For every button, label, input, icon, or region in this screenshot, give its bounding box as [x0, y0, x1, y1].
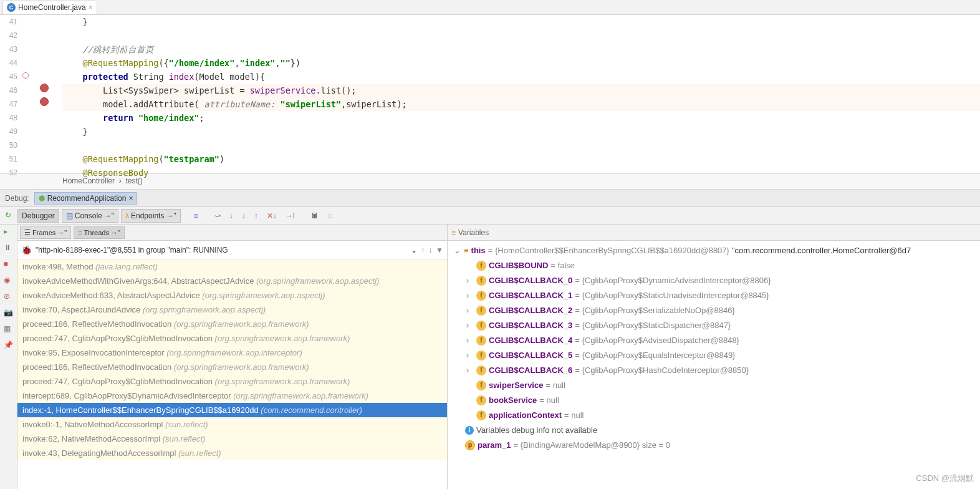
variable-row[interactable]: ›fCGLIB$CALLBACK_6 = {CglibAopProxy$Hash… [448, 363, 980, 378]
method-marker-icon [22, 72, 29, 79]
info-icon: i [465, 426, 474, 435]
field-badge-icon: f [476, 336, 486, 346]
filter-icon[interactable]: ▼ [436, 246, 443, 254]
stack-frame[interactable]: invokeAdviceMethod:633, AbstractAspectJA… [17, 288, 447, 303]
breakpoint-icon[interactable] [40, 84, 49, 92]
expand-icon[interactable]: › [466, 349, 474, 362]
frames-tab-bar: ☰Frames→" ≡Threads→" [17, 225, 447, 241]
field-badge-icon: f [476, 276, 486, 286]
stack-frame[interactable]: invoke0:-1, NativeMethodAccessorImpl (su… [17, 417, 447, 432]
expand-icon[interactable]: › [466, 334, 474, 347]
variable-row[interactable]: ›fCGLIB$CALLBACK_2 = {CglibAopProxy$Seri… [448, 303, 980, 318]
stack-frame[interactable]: proceed:186, ReflectiveMethodInvocation … [17, 317, 447, 331]
dropdown-icon[interactable]: ⌄ [411, 246, 417, 254]
stack-frame[interactable]: invoke:70, AspectJAroundAdvice (org.spri… [17, 303, 447, 317]
drop-frame-icon[interactable]: ✕↓ [264, 210, 280, 222]
variables-title: Variables [458, 228, 489, 237]
watermark: CSDN @流烟默 [916, 473, 974, 484]
variables-tree[interactable]: ⌄ ≡ this = {HomeController$$EnhancerBySp… [448, 241, 980, 489]
step-over-icon[interactable]: ⤻ [211, 210, 224, 222]
tab-endpoints[interactable]: λEndpoints→" [121, 209, 181, 223]
field-badge-icon: f [476, 291, 486, 301]
field-badge-icon: f [476, 366, 486, 375]
gutter-markers [21, 15, 56, 173]
step-into-icon[interactable]: ↓ [226, 210, 236, 222]
previous-frame-icon[interactable]: ↑ [421, 246, 425, 254]
breadcrumb-class[interactable]: HomeController [62, 177, 115, 185]
run-config-tab[interactable]: ⬢ RecommendApplication × [34, 192, 138, 205]
show-exec-point-icon[interactable]: ≡ [191, 210, 201, 222]
variable-row[interactable]: ›fCGLIB$CALLBACK_5 = {CglibAopProxy$Equa… [448, 348, 980, 363]
variable-row[interactable]: ›fCGLIB$CALLBACK_4 = {CglibAopProxy$Advi… [448, 333, 980, 348]
variable-row[interactable]: ›fCGLIB$CALLBACK_3 = {CglibAopProxy$Stat… [448, 318, 980, 333]
field-badge-icon: f [476, 306, 486, 316]
variable-row[interactable]: fCGLIB$BOUND = false [448, 258, 980, 273]
pause-icon[interactable]: ⏸ [4, 243, 14, 253]
variable-row[interactable]: ›fCGLIB$CALLBACK_0 = {CglibAopProxy$Dyna… [448, 273, 980, 288]
breadcrumb-method[interactable]: test() [125, 177, 142, 185]
frames-panel: ☰Frames→" ≡Threads→" 🐞 "http-nio-8188-ex… [17, 225, 448, 489]
stack-frame[interactable]: invoke:498, Method (java.lang.reflect) [17, 259, 447, 274]
list-icon: ≡ [464, 244, 469, 257]
tab-debugger[interactable]: Debugger [17, 209, 59, 223]
stack-frame[interactable]: proceed:747, CglibAopProxy$CglibMethodIn… [17, 374, 447, 389]
field-badge-icon: f [476, 395, 486, 405]
stack-frame[interactable]: proceed:747, CglibAopProxy$CglibMethodIn… [17, 331, 447, 346]
expand-icon[interactable]: › [466, 304, 474, 317]
code-editor[interactable]: 414243444546474849505152 } //跳转到前台首页 @Re… [0, 15, 980, 173]
tab-console[interactable]: ▤Console→" [62, 209, 118, 223]
expand-icon[interactable]: › [466, 319, 474, 332]
tab-threads[interactable]: ≡Threads→" [74, 226, 125, 239]
stack-frame[interactable]: invokeAdviceMethodWithGivenArgs:644, Abs… [17, 274, 447, 288]
stack-frame[interactable]: invoke:43, DelegatingMethodAccessorImpl … [17, 446, 447, 460]
expand-icon[interactable]: › [466, 274, 474, 287]
stack-frame[interactable]: index:-1, HomeController$$EnhancerBySpri… [17, 403, 447, 417]
stack-frames-list[interactable]: invoke:498, Method (java.lang.reflect)in… [17, 259, 447, 489]
snapshot-icon[interactable]: 📷 [4, 308, 14, 318]
debugger-toolbar: ↻ Debugger ▤Console→" λEndpoints→" ≡ ⤻ ↓… [0, 207, 980, 225]
expand-icon[interactable]: ⌄ [454, 244, 461, 257]
field-badge-icon: f [476, 380, 486, 390]
variable-row[interactable]: fapplicationContext = null [448, 408, 980, 423]
force-step-into-icon[interactable]: ↓ [239, 210, 249, 222]
param-badge-icon: p [465, 440, 475, 450]
layout-icon[interactable]: ▦ [4, 324, 14, 334]
step-out-icon[interactable]: ↑ [251, 210, 261, 222]
close-icon[interactable]: × [89, 3, 93, 12]
close-icon[interactable]: × [128, 194, 133, 203]
trace-icon[interactable]: ≡ [324, 210, 335, 222]
stack-frame[interactable]: proceed:186, ReflectiveMethodInvocation … [17, 360, 447, 374]
code-body[interactable]: } //跳转到前台首页 @RequestMapping({"/home/inde… [56, 15, 980, 173]
run-to-cursor-icon[interactable]: →I [282, 210, 298, 222]
stop-icon[interactable]: ■ [4, 259, 14, 269]
thread-selector[interactable]: 🐞 "http-nio-8188-exec-1"@8,551 in group … [17, 241, 447, 259]
expand-icon[interactable]: › [466, 364, 474, 377]
expand-icon[interactable]: › [466, 289, 474, 302]
stack-frame[interactable]: invoke:62, NativeMethodAccessorImpl (sun… [17, 432, 447, 446]
rerun-icon[interactable]: ↻ [5, 211, 15, 221]
next-frame-icon[interactable]: ↓ [428, 246, 432, 254]
view-breakpoints-icon[interactable]: ◉ [4, 276, 14, 286]
thread-label: "http-nio-8188-exec-1"@8,551 in group "m… [36, 246, 407, 254]
mute-breakpoints-icon[interactable]: ⊘ [4, 292, 14, 302]
list-icon: ≡ [451, 228, 456, 237]
tab-frames[interactable]: ☰Frames→" [20, 226, 71, 239]
evaluate-icon[interactable]: 🖩 [308, 210, 322, 222]
spring-icon: ⬢ [39, 194, 45, 203]
pin-icon[interactable]: 📌 [4, 341, 14, 351]
stack-frame[interactable]: intercept:689, CglibAopProxy$DynamicAdvi… [17, 389, 447, 403]
resume-icon[interactable]: ▸ [4, 227, 14, 237]
breakpoint-icon[interactable] [40, 97, 49, 106]
variable-row[interactable]: fbookService = null [448, 393, 980, 408]
variable-row[interactable]: ›fCGLIB$CALLBACK_1 = {CglibAopProxy$Stat… [448, 288, 980, 303]
class-icon: C [7, 3, 16, 12]
stack-frame[interactable]: invoke:95, ExposeInvocationInterceptor (… [17, 346, 447, 360]
editor-tab-bar: C HomeController.java × [0, 0, 980, 15]
debug-body: ▸ ⏸ ■ ◉ ⊘ 📷 ▦ 📌 ☰Frames→" ≡Threads→" 🐞 "… [0, 225, 980, 489]
variable-row[interactable]: fswiperService = null [448, 378, 980, 393]
file-tab-label: HomeController.java [18, 3, 86, 12]
debug-toolwindow-header: Debug: ⬢ RecommendApplication × [0, 190, 980, 207]
run-config-label: RecommendApplication [47, 194, 127, 203]
file-tab[interactable]: C HomeController.java × [2, 1, 97, 14]
debug-label: Debug: [5, 194, 29, 203]
